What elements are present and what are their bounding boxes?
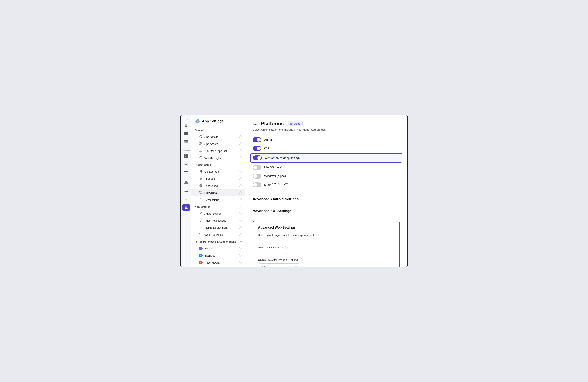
collaboration-info: ⓘ: [239, 170, 242, 173]
macos-slider: [253, 165, 261, 170]
svg-rect-13: [184, 163, 188, 166]
mobile-deployment-info: ⓘ: [239, 226, 242, 230]
svg-rect-15: [184, 171, 188, 171]
permissions-info: ⓘ: [239, 198, 242, 202]
docs-button[interactable]: Docs: [288, 121, 303, 126]
platforms-list: Android iOS Web (enables deep linking): [253, 135, 400, 189]
svg-rect-24: [200, 142, 201, 144]
in-app-purchases-header[interactable]: In App Purchases & Subscriptions ▾: [191, 238, 245, 245]
cors-proxy-label-text: CORS Proxy for Images (Optional): [258, 258, 299, 261]
svg-point-4: [184, 133, 185, 134]
sparkle-icon[interactable]: [182, 195, 190, 203]
connect-section-label: Connect: [181, 149, 191, 151]
web-toggle[interactable]: [253, 155, 262, 160]
linux-label: Linux ( ¯\_(ツ)_/¯ ): [264, 183, 288, 187]
web-publishing-info: ⓘ: [239, 233, 242, 237]
project-setup-header[interactable]: Project Setup ▾: [191, 161, 245, 168]
android-toggle[interactable]: [253, 137, 261, 142]
braintree-icon: B: [199, 254, 203, 257]
app-assets-icon: [199, 142, 203, 146]
app-details-icon: [199, 135, 203, 139]
text-align-icon[interactable]: [182, 169, 190, 176]
walkthroughs-icon: [199, 156, 203, 160]
sidebar-item-mobile-deployment[interactable]: Mobile Deployment ⓘ: [191, 224, 245, 231]
svg-rect-20: [186, 191, 188, 192]
macos-label: MacOS (beta): [264, 166, 282, 169]
app-assets-label: App Assets: [205, 142, 218, 146]
settings-active-icon[interactable]: [182, 204, 190, 211]
macos-toggle[interactable]: [253, 165, 261, 170]
collaboration-icon: [199, 170, 203, 173]
platform-row-macos: MacOS (beta): [253, 163, 400, 172]
project-setup-label: Project Setup: [195, 164, 211, 166]
cors-proxy-label-row: CORS Proxy for Images (Optional) ⓘ: [258, 258, 395, 262]
original-engine-info-icon[interactable]: ⓘ: [316, 233, 319, 237]
sidebar-title: App Settings: [202, 119, 224, 123]
app-assets-info: ⓘ: [239, 142, 242, 146]
firebase-label: Firebase: [205, 177, 215, 180]
canvaskit-setting: Use CanvasKit (beta) ⓘ: [258, 246, 395, 255]
sidebar-item-platforms[interactable]: Platforms ⓘ: [191, 189, 245, 196]
ios-toggle[interactable]: [253, 146, 261, 151]
divider-2: [253, 205, 400, 205]
revenuecat-label: RevenueCat: [205, 261, 219, 264]
svg-point-23: [201, 136, 201, 136]
sidebar-item-firebase[interactable]: Firebase ⓘ: [191, 175, 245, 182]
canvaskit-info-icon[interactable]: ⓘ: [285, 246, 288, 249]
platforms-info[interactable]: ⓘ: [239, 191, 242, 195]
sidebar-item-languages[interactable]: Languages ⓘ: [191, 182, 245, 189]
checklist-icon[interactable]: [182, 187, 190, 195]
app-settings-header[interactable]: App Settings ▾: [191, 203, 245, 210]
sidebar-item-app-details[interactable]: App Details ⓘ: [191, 133, 245, 140]
cors-proxy-info-icon[interactable]: ⓘ: [301, 258, 303, 262]
sidebar-item-stripe[interactable]: S Stripe ⓘ: [191, 245, 245, 252]
main-content: Platforms Docs Select which platforms to…: [245, 115, 407, 267]
sidebar-item-app-assets[interactable]: App Assets ⓘ: [191, 140, 245, 147]
svg-point-3: [184, 132, 185, 133]
svg-point-21: [186, 207, 187, 208]
sidebar-item-walkthroughs[interactable]: Walkthroughs ⓘ: [191, 154, 245, 161]
list-icon[interactable]: [182, 130, 190, 137]
sidebar-item-nav-bar[interactable]: Nav Bar & App Bar ⓘ: [191, 147, 245, 154]
platform-row-android: Android: [253, 135, 400, 144]
nav-bar-icon: [199, 149, 203, 152]
layers-icon[interactable]: [182, 138, 190, 146]
svg-rect-7: [184, 141, 188, 142]
platform-row-linux: Linux ( ¯\_(ツ)_/¯ ): [253, 180, 400, 189]
ios-slider: [253, 146, 261, 151]
authentication-label: Authentication: [205, 212, 221, 215]
linux-slider: [253, 182, 261, 187]
linux-toggle[interactable]: [253, 182, 261, 187]
svg-point-31: [201, 170, 202, 171]
permissions-icon: [199, 198, 203, 202]
app-settings-label: App Settings: [195, 206, 210, 208]
platforms-label: Platforms: [205, 191, 217, 194]
sidebar-item-braintree[interactable]: B Braintree ⓘ: [191, 252, 245, 259]
languages-label: Languages: [205, 184, 218, 188]
svg-point-30: [200, 170, 201, 171]
sidebar-item-permissions[interactable]: Permissions ⓘ: [191, 196, 245, 203]
cors-proxy-dropdown[interactable]: None ▾: [258, 263, 299, 267]
grid-icon[interactable]: [182, 152, 190, 160]
in-app-purchases-label: In App Purchases & Subscriptions: [195, 240, 236, 243]
image-icon[interactable]: [182, 161, 190, 168]
sidebar-item-collaboration[interactable]: Collaboration ⓘ: [191, 168, 245, 175]
sidebar-item-authentication[interactable]: Authentication ⓘ: [191, 210, 245, 217]
sidebar-item-web-publishing[interactable]: Web Publishing ⓘ: [191, 231, 245, 238]
languages-info: ⓘ: [239, 184, 242, 188]
sidebar-item-revenuecat[interactable]: R RevenueCat ⓘ: [191, 259, 245, 266]
general-section-header[interactable]: General ▾: [191, 127, 245, 133]
cloud-icon[interactable]: [182, 179, 190, 187]
windows-toggle[interactable]: [253, 174, 261, 179]
firebase-icon: [199, 177, 203, 181]
svg-rect-9: [184, 154, 186, 156]
svg-rect-28: [199, 150, 202, 150]
stripe-info: ⓘ: [239, 247, 242, 250]
app-settings-section: App Settings ▾ Authentication ⓘ Push No: [191, 203, 245, 238]
add-square-icon[interactable]: ⊞: [182, 122, 190, 129]
android-slider: [253, 137, 261, 142]
app-frame: Build ⊞ Connect: [180, 114, 408, 268]
svg-rect-10: [186, 154, 188, 156]
canvaskit-label-text: Use CanvasKit (beta): [258, 246, 284, 249]
sidebar-item-push-notifications[interactable]: Push Notifications ⓘ: [191, 217, 245, 224]
